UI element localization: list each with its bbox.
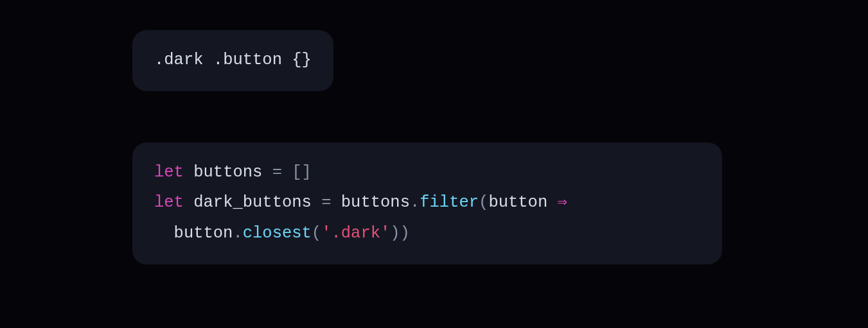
rbracket: ]	[302, 163, 312, 182]
lbracket: [	[292, 163, 301, 182]
id-dark-buttons: dark_buttons	[193, 193, 312, 212]
id-buttons: buttons	[193, 163, 262, 182]
css-selector-button: .button	[213, 51, 282, 69]
js-line-3: button.closest('.dark'))	[154, 218, 700, 248]
code-block-js: let buttons = [] let dark_buttons = butt…	[132, 142, 722, 264]
dot-2: .	[233, 224, 242, 243]
str-dark: '.dark'	[321, 224, 390, 243]
id-button-param: button	[488, 193, 547, 212]
kw-let-1: let	[154, 163, 184, 182]
eq-1: =	[272, 163, 282, 182]
lparen-2: (	[312, 224, 321, 243]
id-buttons-2: buttons	[341, 193, 410, 212]
kw-let-2: let	[154, 193, 184, 212]
rparen-2: )	[400, 224, 410, 243]
js-line-2: let dark_buttons = buttons.filter(button…	[154, 193, 567, 212]
page: .dark .button {} let buttons = [] let da…	[0, 0, 868, 328]
css-code-line: .dark .button {}	[154, 45, 312, 75]
js-code: let buttons = [] let dark_buttons = butt…	[154, 157, 700, 248]
js-line-1: let buttons = []	[154, 163, 312, 182]
fn-closest: closest	[243, 224, 312, 243]
dot-1: .	[410, 193, 420, 212]
lparen-1: (	[479, 193, 488, 212]
css-open-brace: {	[292, 51, 301, 69]
arrow: ⇒	[558, 193, 567, 212]
eq-2: =	[321, 193, 331, 212]
id-button-closure: button	[174, 224, 233, 243]
code-block-css: .dark .button {}	[132, 30, 333, 91]
rparen-1: )	[390, 224, 400, 243]
css-close-brace: }	[302, 51, 312, 69]
fn-filter: filter	[420, 193, 479, 212]
css-selector-dark: .dark	[154, 51, 204, 69]
